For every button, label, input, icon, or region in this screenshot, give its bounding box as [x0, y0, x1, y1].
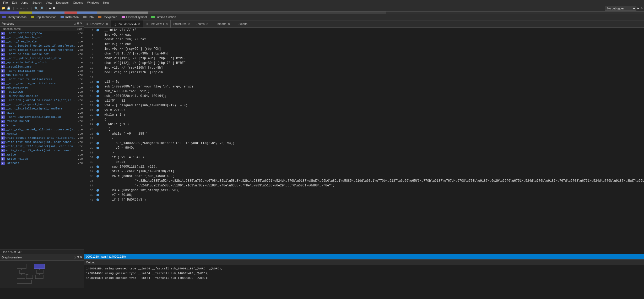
table-row[interactable]: 28 sub_140002080("Congratulations! Fill …: [84, 141, 644, 146]
function-item[interactable]: F__crt_seh_guarded_call<void (*)(int)>::…: [0, 98, 84, 102]
function-item[interactable]: F__acrt_locale_release_lc_time_reference…: [0, 48, 84, 52]
breakpoint-dot[interactable]: [96, 118, 99, 121]
debugger-dropdown[interactable]: No debugger: [605, 6, 636, 11]
function-item[interactable]: Fwrite_double_translated_ansi_nolock(int…: [0, 136, 84, 140]
tab-structures-close[interactable]: ✕: [188, 23, 190, 25]
function-item[interactable]: F__acrt_GetStringTypeA.te: [0, 31, 84, 35]
tab-pseudocode-a-close[interactable]: ✕: [138, 23, 140, 25]
breakpoint-dot[interactable]: [96, 184, 99, 187]
functions-dock-btn[interactable]: ⊟: [77, 22, 79, 25]
function-item[interactable]: F_strncat.te: [0, 161, 84, 165]
breakpoint-dot[interactable]: [96, 132, 99, 135]
settings-icon[interactable]: ⚙: [640, 7, 643, 10]
function-item[interactable]: Fsub_140014F80.te: [0, 86, 84, 90]
table-row[interactable]: 39 v7 = 30106;: [84, 193, 644, 197]
table-row[interactable]: 20 v14 = (unsigned int)sub_140001000(v12…: [84, 103, 644, 108]
tab-ida-view-a[interactable]: ≡ IDA View-A ✕: [84, 20, 111, 27]
menu-windows[interactable]: Windows: [85, 1, 101, 5]
function-list[interactable]: F__acrt_GetStringTypeA.teF__acrt_add_loc…: [0, 31, 84, 250]
functions-close-btn[interactable]: ✕: [80, 22, 82, 25]
function-item[interactable]: Fsub_140014EB8.te: [0, 73, 84, 77]
graph-canvas[interactable]: [0, 261, 84, 288]
menu-search[interactable]: Search: [30, 1, 44, 5]
graph-float-btn[interactable]: □: [74, 256, 75, 259]
table-row[interactable]: 12 int v13; // [rsp+120h] [rbp-8h]: [84, 65, 644, 70]
breakpoint-dot[interactable]: [96, 175, 99, 178]
table-row[interactable]: 34 Str1 = (char *)sub_140001E30(v11);: [84, 169, 644, 174]
tab-exports[interactable]: Exports: [235, 20, 256, 27]
function-item[interactable]: F__acrt_initialize_heap.te: [0, 69, 84, 73]
table-row[interactable]: 33 sub_1400011E0(v12, v11);: [84, 164, 644, 169]
table-row[interactable]: 16 sub_140002080("Enter your flag:\n", a…: [84, 84, 644, 89]
tab-hex-view-1[interactable]: H Hex View-1 ✕: [143, 20, 171, 27]
table-row[interactable]: 4 __int64 v4; // r8: [84, 28, 644, 32]
table-row[interactable]: 7 int v7; // eax: [84, 42, 644, 47]
table-row[interactable]: 13 bool v14; // [rsp+127h] [rbp-1h]: [84, 70, 644, 75]
function-item[interactable]: F__callnewh.te: [0, 90, 84, 94]
toolbar-icon-5[interactable]: ⬅: [23, 7, 25, 10]
function-item[interactable]: F__acrt_update_thread_locale_data.te: [0, 56, 84, 60]
table-row[interactable]: 32 break;: [84, 160, 644, 164]
toolbar-icon-4[interactable]: ↪: [19, 7, 22, 10]
breakpoint-dot[interactable]: [96, 52, 99, 55]
graph-dock-btn[interactable]: ⊟: [77, 256, 79, 259]
breakpoint-dot[interactable]: [96, 128, 99, 130]
breakpoint-dot[interactable]: [96, 189, 99, 192]
breakpoint-dot[interactable]: [96, 165, 99, 168]
menu-debugger[interactable]: Debugger: [54, 1, 71, 5]
menu-help[interactable]: Help: [101, 1, 111, 5]
breakpoint-dot[interactable]: [96, 151, 99, 154]
breakpoint-dot[interactable]: [96, 48, 99, 50]
toolbar-icon-1[interactable]: 📁: [1, 7, 6, 10]
function-item[interactable]: F_fclose_nolock.te: [0, 119, 84, 123]
function-item[interactable]: F__acrt_execute_uninitializers.te: [0, 81, 84, 86]
toolbar-icon-6[interactable]: ➡: [26, 7, 29, 10]
tab-enums[interactable]: Enums ✕: [193, 20, 214, 27]
breakpoint-dot[interactable]: [96, 38, 99, 41]
table-row[interactable]: 5 int v5; // eax: [84, 32, 644, 37]
menu-options[interactable]: Options: [71, 1, 85, 5]
table-row[interactable]: 9 char *Str1; // [rsp+30h] [rbp-F8h]: [84, 51, 644, 56]
tab-structures[interactable]: Structures ✕: [171, 20, 193, 27]
function-item[interactable]: F__acrt_DownlevelLocaleNameToLCID.te: [0, 115, 84, 119]
function-item[interactable]: F__query_new_handler.te: [0, 94, 84, 98]
table-row[interactable]: 36 "\u82b1\u5885\u524d\u82b1\u5885\u767b…: [84, 179, 644, 183]
menu-file[interactable]: File: [1, 1, 10, 5]
tab-ida-view-a-close[interactable]: ✕: [106, 23, 108, 25]
table-row[interactable]: 38 v3 = (unsigned int)strcmp(Str1, v6);: [84, 188, 644, 193]
function-item[interactable]: Fwrite_text_utf16le_nolock(int, char con…: [0, 144, 84, 148]
breakpoint-dot[interactable]: [96, 76, 99, 79]
table-row[interactable]: 8 int v9; // [rsp+2Ch] [rbp-FCh]: [84, 47, 644, 51]
table-row[interactable]: 15 v13 = 0;: [84, 80, 644, 84]
tab-imports[interactable]: Imports ✕: [214, 20, 235, 27]
breakpoint-dot[interactable]: [96, 81, 99, 83]
function-item[interactable]: F_write_nolock.te: [0, 157, 84, 161]
breakpoint-dot[interactable]: [96, 57, 99, 60]
function-item[interactable]: Fwrite_text_utf8_nolock(int, char const …: [0, 148, 84, 153]
function-item[interactable]: F_commit.te: [0, 132, 84, 136]
breakpoint-dot[interactable]: [96, 147, 99, 149]
breakpoint-dot[interactable]: [96, 62, 99, 64]
table-row[interactable]: 35 v6 = (const char *)sub_140001490(: [84, 174, 644, 179]
table-row[interactable]: 40 if ( !(_DWORD)v3 ): [84, 197, 644, 202]
table-row[interactable]: 26 while ( v9 == 288 ): [84, 131, 644, 136]
table-row[interactable]: 21 v9 = 22190;: [84, 108, 644, 113]
breakpoint-dot[interactable]: [96, 109, 99, 112]
code-view[interactable]: 4 __int64 v4; // r85 int v5; // eax6 con…: [84, 28, 644, 254]
tab-imports-close[interactable]: ✕: [228, 23, 230, 25]
toolbar-icon-8[interactable]: 🔎: [39, 7, 44, 10]
function-item[interactable]: F__acrt_add_locale_ref.te: [0, 35, 84, 40]
table-row[interactable]: 29 v9 = 9040;: [84, 146, 644, 150]
function-item[interactable]: F_updatetlocinfoEx_nolock.te: [0, 60, 84, 65]
breakpoint-dot[interactable]: [96, 123, 99, 126]
menu-jump[interactable]: Jump: [19, 1, 30, 5]
breakpoint-dot[interactable]: [96, 156, 99, 159]
table-row[interactable]: 22 while ( 1 ): [84, 113, 644, 117]
breakpoint-dot[interactable]: [96, 99, 99, 102]
function-item[interactable]: Fraise.te: [0, 111, 84, 115]
function-item[interactable]: Ffclose.te: [0, 123, 84, 128]
toolbar-icon-2[interactable]: 💾: [6, 7, 11, 10]
breakpoint-dot[interactable]: [96, 114, 99, 116]
table-row[interactable]: 31 if ( v9 != 1842 ): [84, 155, 644, 160]
breakpoint-dot[interactable]: [96, 180, 99, 182]
